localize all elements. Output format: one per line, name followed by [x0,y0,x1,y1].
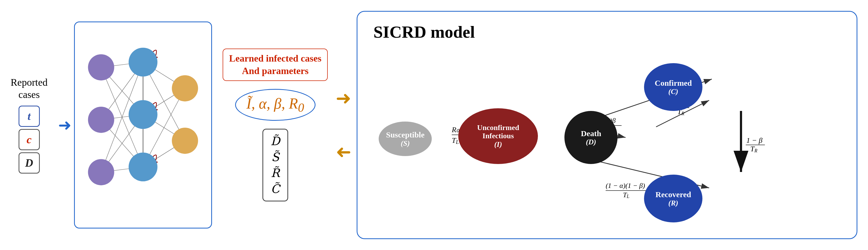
sicrd-title: SICRD model [373,22,843,42]
neural-network-box [74,22,212,228]
main-container: Reportedcases t c D ➜ [0,0,868,250]
svg-point-20 [129,48,158,77]
arrow-from-sicrd-bottom: ➜ [336,141,351,163]
svg-point-22 [129,153,158,182]
formula-ellipse: Ĩ, α, β, R0 [235,89,315,121]
arrow-to-sicrd-top: ➜ [336,87,351,109]
learned-box: Learned infected cases And parameters [223,49,328,81]
svg-point-24 [172,128,198,154]
formula-row: Ĩ, α, β, R0 [235,89,315,121]
svg-point-18 [88,107,114,133]
state-var-c: C̃ [271,182,280,196]
connection-arrows: ➜ ➜ [336,87,351,163]
svg-text:TL: TL [623,191,629,199]
sicrd-diagram: R₀ In TL N (1 − α)β TL α TL β [373,47,843,228]
node-infectious: UnconfirmedInfectious (I) [458,108,538,164]
learned-line1: Learned infected cases [229,53,321,64]
death-label: Death [581,129,601,138]
node-confirmed: Confirmed (C) [644,63,703,111]
sicrd-model-box: SICRD model R₀ In TL N [356,11,857,239]
infectious-label: UnconfirmedInfectious [477,124,519,140]
confirmed-letter: (C) [669,87,678,96]
recovered-letter: (R) [669,199,678,207]
reported-cases-section: Reportedcases t c D [11,76,48,173]
node-death: Death (D) [564,111,618,164]
learned-line2: And parameters [242,66,309,76]
node-susceptible: Susceptible (S) [379,122,432,156]
svg-point-21 [129,100,158,129]
output-section: Learned infected cases And parameters Ĩ,… [223,49,328,201]
input-t: t [19,105,40,127]
arrow-input-to-nn: ➜ [58,116,71,134]
svg-text:(1 − α)(1 − β): (1 − α)(1 − β) [606,182,645,189]
state-var-d: D̃ [271,134,280,148]
neural-network-diagram [80,29,206,221]
svg-text:TR: TR [750,145,757,153]
input-c: c [19,129,40,150]
recovered-label: Recovered [655,190,691,199]
state-var-s: S̃ [271,150,280,164]
confirmed-label: Confirmed [655,79,692,87]
svg-text:1 − β: 1 − β [746,136,763,145]
state-vars-box: D̃ S̃ R̃ C̃ [262,129,288,201]
svg-point-23 [172,75,198,101]
svg-point-19 [88,159,114,185]
reported-cases-label: Reportedcases [11,76,48,101]
infectious-letter: (I) [494,140,502,149]
input-d: D [19,152,40,174]
susceptible-label: Susceptible [386,130,425,139]
node-recovered: Recovered (R) [644,175,703,222]
susceptible-letter: (S) [401,139,410,148]
svg-point-17 [88,54,114,81]
formula-text: Ĩ, α, β, R0 [247,95,304,112]
state-var-r: R̃ [271,166,280,180]
death-letter: (D) [586,138,596,146]
